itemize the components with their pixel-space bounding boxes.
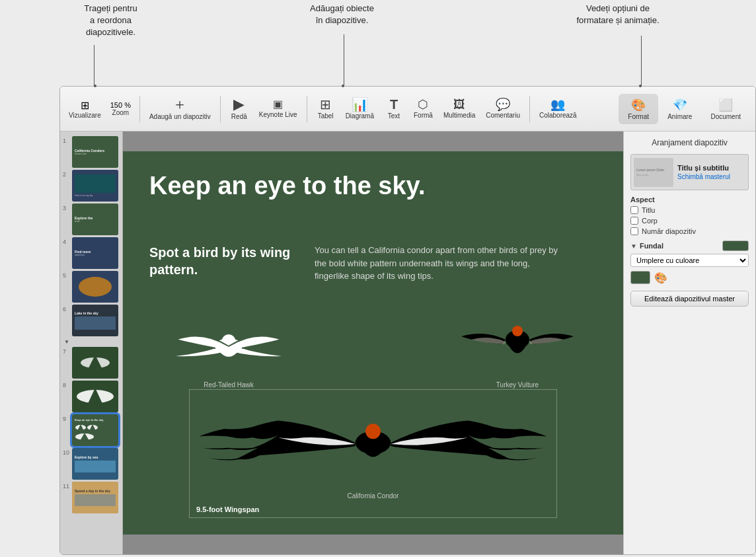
shape-label: Formă xyxy=(414,112,433,119)
slide-subtitle-box: Spot a bird by its wing pattern. xyxy=(149,244,295,278)
svg-point-13 xyxy=(512,326,523,336)
document-icon: ⬜ xyxy=(718,98,733,112)
checkbox-slide-num[interactable] xyxy=(630,227,638,235)
slide-thumb-10[interactable]: 10 Explore by sea xyxy=(72,448,118,480)
slide-panel[interactable]: 1 California Condors Greater Cave 2 Fact… xyxy=(60,131,123,554)
master-change-button[interactable]: Schimbă masterul xyxy=(677,173,745,180)
aspect-section-label: Aspect xyxy=(630,196,749,204)
add-slide-label: Adaugă un diapozitiv xyxy=(149,113,211,120)
callout-area: Trageți pentru a reordona diapozitivele.… xyxy=(0,0,756,86)
view-label: Vizualizare xyxy=(69,112,101,119)
svg-point-15 xyxy=(365,424,381,439)
callout-line-3 xyxy=(641,36,642,86)
shape-button[interactable]: ⬡ Formă xyxy=(410,96,437,122)
checkbox-row-body: Corp xyxy=(630,217,749,225)
panel-title: Aranjament diapozitiv xyxy=(630,138,749,147)
chart-icon: 📊 xyxy=(352,98,368,111)
play-button[interactable]: ▶ Redă xyxy=(226,94,252,123)
divider-1 xyxy=(139,96,140,122)
slide-title: Keep an eye to the sky. xyxy=(149,171,425,202)
play-label: Redă xyxy=(231,113,247,120)
slide-num-7: 7 xyxy=(63,348,66,355)
slide-thumb-9[interactable]: 9 Keep an eye to the sky. xyxy=(72,414,118,446)
tab-animate[interactable]: 💎 Animare xyxy=(658,94,701,124)
shape-icon: ⬡ xyxy=(418,98,428,110)
keynote-live-button[interactable]: ▣ Keynote Live xyxy=(255,96,301,121)
divider-3 xyxy=(307,96,307,122)
callout-drag: Trageți pentru a reordona diapozitivele. xyxy=(59,3,162,39)
slide-thumb-6[interactable]: 6 Lake in the sky xyxy=(72,305,118,336)
media-button[interactable]: 🖼 Multimedia xyxy=(439,96,479,122)
canvas-area[interactable]: Keep an eye to the sky. Spot a bird by i… xyxy=(123,131,623,554)
add-slide-button[interactable]: ＋ Adaugă un diapozitiv xyxy=(145,94,215,123)
checkbox-title-label: Titlu xyxy=(642,206,655,214)
slide-thumb-3[interactable]: 3 Explore the world... xyxy=(72,204,118,235)
keynote-live-label: Keynote Live xyxy=(259,111,297,118)
main-slide: Keep an eye to the sky. Spot a bird by i… xyxy=(123,151,623,535)
slide-thumb-4[interactable]: 4 Find more adventures xyxy=(72,237,118,269)
slide-num-8: 8 xyxy=(63,382,66,389)
media-label: Multimedia xyxy=(443,112,475,119)
condor-box: California Condor 9.5-foot Wingspan xyxy=(189,389,557,518)
divider-2 xyxy=(220,96,221,122)
bird-red-tail-container: Red-Tailed Hawk xyxy=(163,310,295,389)
slide-num-4: 4 xyxy=(63,239,66,245)
zoom-value: 150 % xyxy=(110,101,131,109)
media-icon: 🖼 xyxy=(453,98,465,110)
background-label: Fundal xyxy=(640,242,663,250)
color-box[interactable] xyxy=(630,271,650,284)
master-thumbnail: Lorem ipsum Dolor Alea iacta... xyxy=(634,158,673,187)
checkbox-row-title: Titlu xyxy=(630,206,749,214)
slide-thumb-7[interactable]: 7 xyxy=(72,347,118,379)
divider-4 xyxy=(529,96,530,122)
slide-thumb-2[interactable]: 2 Facts to see say sky xyxy=(72,170,118,202)
chart-button[interactable]: 📊 Diagramă xyxy=(342,95,378,122)
toolbar: ⊞ Vizualizare 150 % Zoom ＋ Adaugă un dia… xyxy=(60,87,755,131)
slide-subtitle: Spot a bird by its wing pattern. xyxy=(149,244,295,278)
collab-label: Colaborează xyxy=(539,112,577,119)
slide-thumb-1[interactable]: 1 California Condors Greater Cave xyxy=(72,136,118,168)
slide-num-9: 9 xyxy=(63,416,66,422)
animate-icon: 💎 xyxy=(673,98,687,112)
callout-add: Adăugați obiecte în diapozitive. xyxy=(291,3,393,26)
view-icon: ⊞ xyxy=(81,99,89,112)
table-icon: ⊞ xyxy=(320,98,331,111)
view-button[interactable]: ⊞ Vizualizare xyxy=(65,97,104,121)
format-tabs: 🎨 Format 💎 Animare ⬜ Document xyxy=(619,94,750,124)
checkbox-body[interactable] xyxy=(630,217,638,225)
callout-line-2 xyxy=(344,34,344,86)
slide-thumb-8[interactable]: 8 xyxy=(72,381,118,412)
comment-button[interactable]: 💬 Comentariu xyxy=(482,96,524,122)
checkbox-title[interactable] xyxy=(630,206,638,214)
triangle-icon: ▼ xyxy=(630,242,637,250)
color-wheel-icon[interactable]: 🎨 xyxy=(654,272,667,284)
animate-label: Animare xyxy=(667,113,692,120)
table-button[interactable]: ⊞ Tabel xyxy=(313,95,339,122)
master-preview: Lorem ipsum Dolor Alea iacta... Titlu și… xyxy=(630,154,749,190)
fill-dropdown-row: Umplere cu culoare xyxy=(630,254,749,267)
checkbox-body-label: Corp xyxy=(642,217,658,225)
right-panel: Aranjament diapozitiv Lorem ipsum Dolor … xyxy=(623,131,755,554)
checkbox-slide-num-label: Număr diapozitiv xyxy=(642,227,696,235)
slide-thumb-11[interactable]: 11 Spend a day in the sky xyxy=(72,482,118,513)
checkbox-row-slide-num: Număr diapozitiv xyxy=(630,227,749,235)
format-icon: 🎨 xyxy=(631,98,646,112)
tab-document[interactable]: ⬜ Document xyxy=(701,94,750,124)
section-divider-7: ▼ xyxy=(64,339,118,345)
main-content: 1 California Condors Greater Cave 2 Fact… xyxy=(60,131,755,554)
slide-num-6: 6 xyxy=(63,306,66,313)
table-label: Tabel xyxy=(318,112,334,120)
collab-icon: 👥 xyxy=(550,98,565,110)
collab-button[interactable]: 👥 Colaborează xyxy=(535,96,581,122)
text-label: Text xyxy=(388,112,400,120)
bird-red-tail-svg xyxy=(163,310,295,383)
condor-svg xyxy=(190,390,556,496)
app-window: ⊞ Vizualizare 150 % Zoom ＋ Adaugă un dia… xyxy=(59,86,756,555)
fill-dropdown[interactable]: Umplere cu culoare xyxy=(630,254,749,267)
tab-format[interactable]: 🎨 Format xyxy=(619,94,658,124)
edit-master-button[interactable]: Editează diapozitivul master xyxy=(630,291,749,307)
zoom-button[interactable]: 150 % Zoom xyxy=(107,99,134,118)
text-button[interactable]: T Text xyxy=(381,95,407,122)
slide-thumb-5[interactable]: 5 xyxy=(72,271,118,303)
format-label: Format xyxy=(628,113,649,120)
